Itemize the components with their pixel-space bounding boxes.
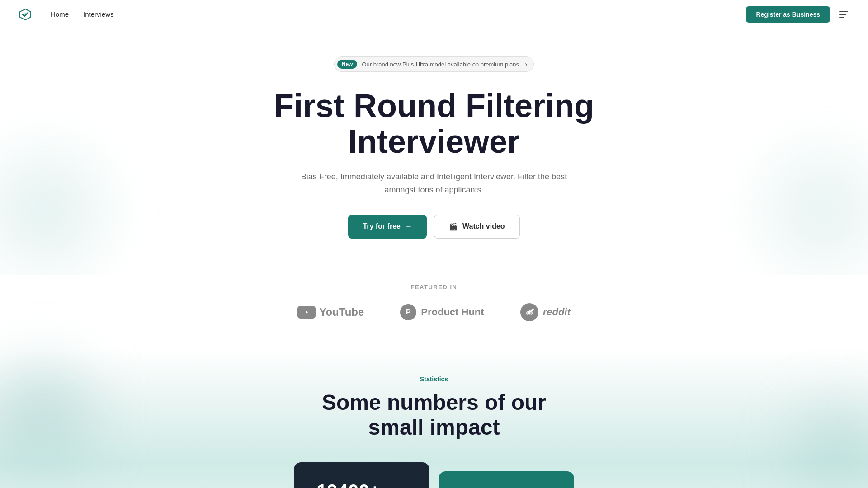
blob-left	[0, 120, 136, 275]
nav-item-interviews[interactable]: Interviews	[83, 10, 114, 19]
navbar-left: Home Interviews	[18, 7, 114, 22]
nav-links: Home Interviews	[51, 10, 114, 19]
hero-buttons: Try for free → 🎬 Watch video	[348, 215, 519, 239]
stats-blob-right	[769, 380, 868, 488]
hero-title: First Round Filtering Interviewer	[231, 88, 637, 160]
watch-video-label: Watch video	[462, 222, 505, 230]
svg-point-4	[530, 312, 532, 314]
reddit-icon	[520, 303, 538, 321]
register-business-button[interactable]: Register as Business	[746, 6, 830, 23]
try-free-label: Try for free	[363, 222, 401, 230]
watch-video-button[interactable]: 🎬 Watch video	[434, 215, 520, 239]
svg-point-0	[24, 13, 27, 16]
announcement-arrow: ›	[525, 61, 528, 68]
nav-item-home[interactable]: Home	[51, 10, 69, 19]
nav-link-interviews[interactable]: Interviews	[83, 10, 114, 18]
announcement-text: Our brand new Plus-Ultra model available…	[362, 61, 520, 68]
reddit-logo[interactable]: reddit	[520, 303, 571, 321]
announcement-bar[interactable]: New Our brand new Plus-Ultra model avail…	[334, 56, 534, 72]
nav-link-home[interactable]: Home	[51, 10, 69, 18]
video-icon: 🎬	[449, 222, 458, 231]
svg-point-6	[532, 309, 534, 310]
menu-line-3	[839, 17, 844, 18]
navbar-right: Register as Business	[746, 6, 850, 23]
statistics-section: Statistics Some numbers of our small imp…	[0, 348, 868, 488]
producthunt-icon: P	[400, 304, 416, 320]
reddit-text: reddit	[543, 306, 571, 318]
svg-point-3	[527, 312, 528, 314]
blob-right	[732, 120, 868, 275]
menu-icon[interactable]	[837, 9, 850, 19]
producthunt-logo[interactable]: P Product Hunt	[400, 304, 484, 320]
menu-line-1	[839, 11, 848, 12]
featured-section: FEATURED IN YouTube P Product Hunt	[0, 275, 868, 339]
logo[interactable]	[18, 7, 33, 22]
stat-card-teal	[439, 471, 574, 488]
try-free-button[interactable]: Try for free →	[348, 215, 427, 239]
new-badge: New	[337, 60, 358, 69]
menu-line-2	[839, 14, 846, 15]
youtube-logo[interactable]: YouTube	[297, 306, 364, 319]
hero-section: New Our brand new Plus-Ultra model avail…	[0, 29, 868, 275]
producthunt-text: Product Hunt	[421, 306, 484, 318]
statistics-cards: 19400+	[18, 462, 850, 488]
stat-number-1: 19400+	[316, 480, 407, 488]
youtube-icon	[297, 306, 316, 319]
hero-subtitle: Bias Free, Immediately available and Int…	[298, 170, 570, 197]
navbar: Home Interviews Register as Business	[0, 0, 868, 29]
featured-logos: YouTube P Product Hunt reddit	[18, 303, 850, 321]
try-free-arrow: →	[405, 222, 412, 230]
statistics-title: Some numbers of our small impact	[321, 390, 547, 440]
stat-card-dark: 19400+	[294, 462, 429, 488]
youtube-text: YouTube	[319, 306, 364, 319]
logo-icon	[18, 7, 33, 22]
statistics-label: Statistics	[18, 375, 850, 383]
featured-label: FEATURED IN	[18, 284, 850, 291]
